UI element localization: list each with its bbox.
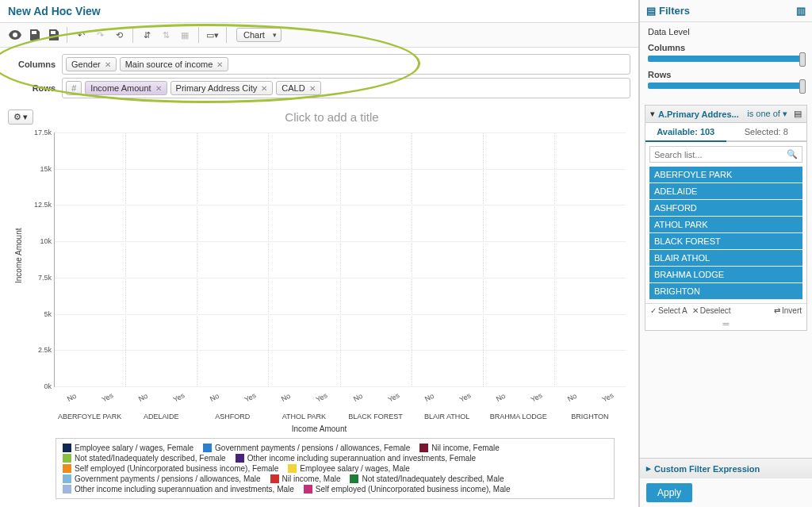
chart-title-placeholder[interactable]: Click to add a title	[33, 110, 630, 124]
columns-slider[interactable]	[648, 56, 804, 62]
remove-icon[interactable]: ✕	[216, 60, 223, 69]
resize-handle[interactable]: ═	[645, 317, 806, 330]
page-title: New Ad Hoc View	[0, 0, 638, 23]
x-axis-label: Income Amount	[8, 424, 630, 433]
layout-icon[interactable]: ▭▾	[204, 26, 221, 44]
legend-item[interactable]: Self employed (Unincorporated business i…	[304, 485, 511, 494]
x-tick-sub: Yes	[376, 386, 411, 409]
x-tick-sub: No	[340, 386, 375, 409]
preview-icon[interactable]	[6, 26, 24, 44]
data-level-label: Data Level	[648, 27, 804, 36]
legend-swatch	[203, 444, 212, 452]
legend-item[interactable]: Nil income, Male	[270, 474, 341, 483]
chart-options-button[interactable]: ⚙ ▾	[8, 109, 33, 125]
legend-swatch	[63, 474, 71, 483]
remove-icon[interactable]: ✕	[309, 84, 316, 93]
x-tick-city: BLACK FOREST	[340, 413, 412, 421]
x-tick-sub: Yes	[233, 386, 268, 409]
x-tick-sub: No	[554, 386, 589, 409]
option-item[interactable]: ASHFORD	[649, 200, 802, 217]
view-type-select[interactable]: Chart	[236, 28, 282, 42]
tab-selected[interactable]: Selected: 8	[726, 123, 807, 142]
legend-swatch	[63, 464, 71, 473]
legend-item[interactable]: Employee salary / wages, Female	[63, 444, 193, 452]
x-tick-city: ADELAIDE	[125, 413, 197, 421]
rows-shelf[interactable]: #Income Amount✕Primary Address City✕CALD…	[62, 78, 630, 98]
plot: 0k2.5k5k7.5k10k12.5k15k17.5k	[54, 133, 626, 387]
x-tick-sub: Yes	[161, 386, 196, 409]
y-tick: 15k	[25, 165, 52, 173]
legend-item[interactable]: Government payments / pensions / allowan…	[203, 444, 410, 452]
field-chip[interactable]: Main source of income✕	[120, 57, 229, 71]
export-icon[interactable]	[44, 26, 62, 44]
filter-mode-select[interactable]: is one of ▾	[747, 109, 787, 119]
legend-item[interactable]: Self employed (Unincorporated business i…	[63, 464, 278, 473]
filter-menu-icon[interactable]: ▤	[794, 109, 802, 119]
x-tick-sub: Yes	[519, 386, 553, 409]
legend-item[interactable]: Government payments / pensions / allowan…	[63, 474, 261, 483]
legend-swatch	[270, 474, 279, 483]
undo-icon[interactable]: ↶	[72, 26, 90, 44]
reset-icon[interactable]: ⟲	[110, 26, 128, 44]
collapse-icon[interactable]: ▾	[650, 109, 655, 119]
y-tick: 10k	[25, 237, 52, 245]
field-chip[interactable]: Income Amount✕	[85, 81, 167, 95]
format-icon[interactable]: ▦	[176, 26, 193, 44]
option-item[interactable]: BLACK FOREST	[649, 233, 802, 250]
apply-button[interactable]: Apply	[646, 483, 692, 502]
option-item[interactable]: BLAIR ATHOL	[649, 250, 802, 267]
legend-swatch	[350, 474, 358, 483]
remove-icon[interactable]: ✕	[105, 60, 111, 69]
legend: Employee salary / wages, FemaleGovernmen…	[56, 438, 615, 499]
legend-item[interactable]: Nil income, Female	[419, 444, 500, 452]
x-tick-sub: No	[483, 386, 518, 409]
remove-icon[interactable]: ✕	[261, 84, 267, 93]
remove-icon[interactable]: ✕	[155, 84, 162, 93]
option-item[interactable]: BRAHMA LODGE	[649, 267, 802, 283]
x-tick-sub: No	[54, 386, 89, 409]
field-chip[interactable]: Gender✕	[66, 57, 117, 71]
x-tick-sub: Yes	[590, 386, 625, 409]
chart-area: Income Amount 0k2.5k5k7.5k10k12.5k15k17.…	[8, 125, 630, 435]
x-tick-city: BRAHMA LODGE	[483, 413, 554, 421]
toolbar: ↶ ↷ ⟲ ⇵ ⇅ ▦ ▭▾ Chart	[0, 23, 638, 48]
search-input[interactable]	[654, 150, 787, 159]
custom-filter-expression-header[interactable]: ▸ Custom Filter Expression	[640, 458, 812, 478]
x-tick-city: ABERFOYLE PARK	[54, 413, 125, 421]
x-tick-city: BRIGHTON	[554, 413, 626, 421]
legend-item[interactable]: Other income including superannuation an…	[63, 485, 294, 494]
legend-swatch	[63, 454, 71, 463]
save-icon[interactable]	[25, 26, 43, 44]
legend-swatch	[419, 444, 428, 452]
pivot-icon[interactable]: ⇵	[138, 26, 155, 44]
filters-header: ▤ Filters ▥	[640, 0, 812, 22]
deselect-all-button[interactable]: ✕ Deselect	[692, 306, 731, 315]
x-tick-city: ASHFORD	[197, 413, 268, 421]
filter-icon: ▤	[646, 5, 656, 17]
y-axis-label: Income Amount	[14, 229, 23, 283]
options-list[interactable]: ABERFOYLE PARKADELAIDEASHFORDATHOL PARKB…	[649, 167, 802, 300]
legend-item[interactable]: Employee salary / wages, Male	[288, 464, 409, 473]
legend-item[interactable]: Not stated/Inadequately described, Femal…	[63, 454, 226, 463]
legend-item[interactable]: Not stated/Inadequately described, Male	[350, 474, 504, 483]
rows-shelf-label: Rows	[8, 83, 62, 93]
x-tick-city: ATHOL PARK	[268, 413, 339, 421]
sort-icon[interactable]: ⇅	[157, 26, 174, 44]
option-item[interactable]: BRIGHTON	[649, 283, 802, 300]
columns-shelf[interactable]: Gender✕Main source of income✕	[62, 54, 630, 75]
select-all-button[interactable]: ✓ Select A	[650, 306, 688, 315]
redo-icon[interactable]: ↷	[91, 26, 109, 44]
legend-swatch	[288, 464, 297, 473]
option-item[interactable]: ABERFOYLE PARK	[649, 167, 802, 183]
legend-item[interactable]: Other income including superannuation an…	[236, 454, 477, 463]
invert-button[interactable]: ⇄ Invert	[774, 306, 802, 315]
search-icon[interactable]: 🔍	[787, 149, 798, 159]
option-item[interactable]: ADELAIDE	[649, 183, 802, 200]
field-chip[interactable]: Primary Address City✕	[170, 81, 274, 95]
tab-available[interactable]: Available: 103	[645, 123, 726, 142]
option-item[interactable]: ATHOL PARK	[649, 217, 802, 233]
rows-slider[interactable]	[648, 83, 804, 89]
minimize-icon[interactable]: ▥	[796, 5, 806, 17]
x-tick-sub: No	[125, 386, 160, 409]
field-chip[interactable]: CALD✕	[276, 81, 320, 95]
